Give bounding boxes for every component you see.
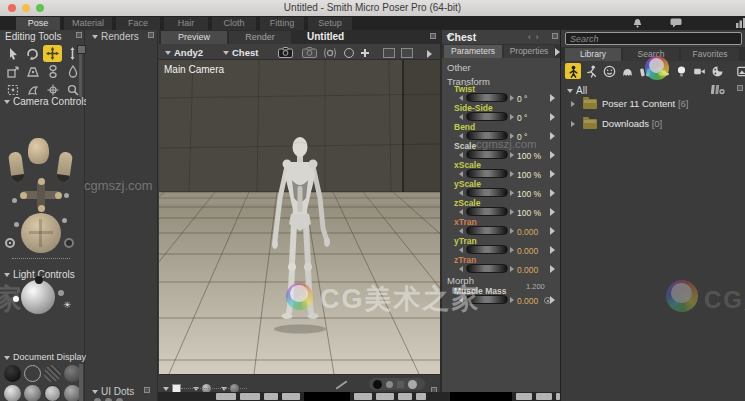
dial-options-arrow[interactable] [550,132,555,140]
section-morph[interactable]: Morph [447,275,474,286]
chat-bubble-icon[interactable] [670,18,682,28]
light-position-ball[interactable] [21,280,55,314]
expand-triangle-icon[interactable] [571,121,575,127]
dial-decrease-arrow[interactable] [459,114,463,120]
dial-decrease-arrow[interactable] [459,171,463,177]
dial-slider[interactable] [466,131,508,140]
library-item-downloads[interactable]: Downloads [0] [561,117,745,133]
library-item-poser-11-content[interactable]: Poser 11 Content [6] [561,97,745,113]
dial-decrease-arrow[interactable] [459,152,463,158]
dial-slider[interactable] [466,112,508,121]
display-style-silhouette[interactable] [4,365,21,382]
dial-slider[interactable] [466,295,508,304]
dial-decrease-arrow[interactable] [459,247,463,253]
taper-tool-icon[interactable] [23,63,42,80]
dial-options-arrow[interactable] [550,94,555,102]
dial-value[interactable]: 100 % [517,189,541,199]
tab-fitting[interactable]: Fitting [260,17,304,30]
dial-options-arrow[interactable] [550,189,555,197]
tab-parameters[interactable]: Parameters [444,45,502,58]
tracking-mode-icon[interactable] [401,48,413,58]
tab-material[interactable]: Material [64,17,112,30]
focus-brackets-icon[interactable] [323,48,337,58]
dial-options-arrow[interactable] [550,208,555,216]
dial-decrease-arrow[interactable] [459,209,463,215]
dial-value[interactable]: 0.000 [517,227,538,237]
figure-select-menu[interactable]: Andy2 [165,47,203,58]
dock-key[interactable] [282,393,300,400]
dial-decrease-arrow[interactable] [459,228,463,234]
dial-decrease-arrow[interactable] [459,95,463,101]
tab-properties[interactable]: Properties [504,45,554,58]
poses-category-icon[interactable] [583,63,599,79]
tab-preview[interactable]: Preview [161,31,227,44]
select-tool-icon[interactable] [3,45,22,62]
rotate-tool-icon[interactable] [23,45,42,62]
tab-favorites[interactable]: Favorites [681,48,739,61]
edit-line-icon[interactable] [335,380,348,389]
panel-corner-box[interactable] [76,32,82,38]
mannequin-figure[interactable] [260,136,340,336]
dial-increase-arrow[interactable] [510,190,514,196]
dial-options-arrow[interactable] [550,113,555,121]
tab-pose[interactable]: Pose [16,17,60,30]
dial-options-arrow[interactable] [550,170,555,178]
search-input[interactable] [565,32,742,45]
display-style-wireframe[interactable] [44,365,61,382]
toggle-gray-dot[interactable] [386,381,393,388]
depth-cue-icon[interactable] [383,48,395,58]
panel-corner-box[interactable] [430,33,436,39]
light-indicator-dot[interactable] [35,276,43,284]
tab-library[interactable]: Library [565,48,621,61]
display-style-flat-lined[interactable] [44,385,61,401]
stats-bars-icon[interactable] [736,18,745,28]
expand-triangle-icon[interactable] [571,101,575,107]
materials-category-icon[interactable] [709,63,725,79]
camera-animation-toggle[interactable] [64,238,74,248]
dock-key[interactable] [398,393,412,400]
dial-slider[interactable] [466,150,508,159]
dial-options-arrow[interactable] [550,227,555,235]
panel-corner-box[interactable] [148,32,154,38]
dial-value[interactable]: 100 % [517,170,541,180]
scale-tool-icon[interactable] [3,63,22,80]
dial-increase-arrow[interactable] [510,95,514,101]
library-all-dropdown[interactable]: All [567,85,587,96]
camera-controls-header[interactable]: Camera Controls [4,96,89,107]
notifications-bell-icon[interactable] [632,18,643,29]
camera-dot-control[interactable] [14,222,19,227]
chain-break-tool-icon[interactable] [43,63,62,80]
toggle-square[interactable] [397,381,404,388]
display-style-outline[interactable] [24,365,41,382]
camera-solid-icon[interactable] [278,47,293,58]
tab-render[interactable]: Render [229,31,291,44]
camera-dot-control[interactable] [64,193,69,198]
dial-value[interactable]: 0.000 [517,246,538,256]
panel-corner-box[interactable] [144,387,150,393]
dock-key[interactable] [536,393,552,400]
more-controls-arrow-icon[interactable] [427,50,432,58]
toggle-light-dot[interactable] [408,380,417,389]
camera-dot-control[interactable] [62,218,67,223]
dock-key[interactable] [216,393,236,400]
tab-setup[interactable]: Setup [308,17,352,30]
dial-slider[interactable] [466,245,508,254]
dial-options-arrow[interactable] [550,265,555,273]
face-camera-control[interactable] [28,138,49,164]
sun-light-icon[interactable]: ☀ [63,300,71,310]
light-indicator-dot[interactable] [13,296,19,302]
dial-slider[interactable] [466,264,508,273]
dial-options-arrow[interactable] [550,151,555,159]
ui-dots-header[interactable]: UI Dots [92,386,134,397]
dial-value[interactable]: 0.000 [517,296,538,306]
dial-slider[interactable] [466,226,508,235]
cycle-actor-arrows-icon[interactable]: ‹ › [528,32,540,42]
add-library-icon[interactable] [711,83,725,95]
toggle-dark-dot[interactable] [373,380,382,389]
expressions-category-icon[interactable] [601,63,617,79]
translate-in-out-tool-icon[interactable] [63,45,82,62]
dial-slider[interactable] [466,93,508,102]
dock-key[interactable] [354,393,372,400]
renders-header[interactable]: Renders [92,31,139,42]
light-indicator-dot[interactable] [58,290,64,296]
